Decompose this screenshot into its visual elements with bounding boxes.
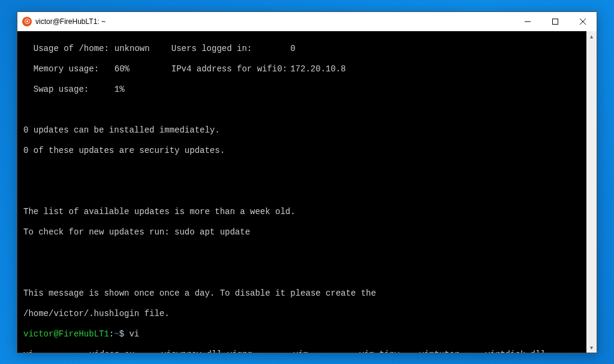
prompt-line: victor@FireHubLT1:~$ vi <box>23 329 583 339</box>
stat-label: Swap usage: <box>34 85 115 95</box>
window-controls <box>514 12 597 31</box>
ubuntu-icon <box>22 17 32 26</box>
prompt-user: victor@FireHubLT1 <box>23 329 109 339</box>
blank-line <box>23 105 583 115</box>
hush-line: This message is shown once once a day. T… <box>23 288 583 299</box>
close-icon <box>580 19 586 25</box>
completion-item: viewprov.dll <box>161 350 227 353</box>
stat-label: Usage of /home: <box>34 44 115 54</box>
minimize-icon <box>525 19 531 25</box>
stat-value: unknown <box>115 44 171 54</box>
stat-line: Memory usage:60%IPv4 address for wifi0: … <box>23 64 583 74</box>
stat-line: Swap usage:1% <box>23 85 583 95</box>
stat-value: 172.20.10.8 <box>290 64 345 74</box>
completion-row: vividcap.axviewprov.dllvigpgvimvim.tinyv… <box>23 350 583 353</box>
svg-rect-1 <box>553 19 558 24</box>
maximize-icon <box>552 19 558 25</box>
titlebar[interactable]: victor@FireHubLT1: ~ <box>17 12 597 31</box>
stat-line: Usage of /home:unknownUsers logged in: 0 <box>23 44 583 54</box>
maximize-button[interactable] <box>541 12 569 31</box>
close-button[interactable] <box>569 12 597 31</box>
minimize-button[interactable] <box>514 12 541 31</box>
completion-item: vimtutor <box>419 350 485 353</box>
stat-label: IPv4 address for wifi0: <box>171 64 285 74</box>
terminal-body-wrap: Usage of /home:unknownUsers logged in: 0… <box>17 31 597 353</box>
completion-item: virtdisk.dll <box>485 350 551 353</box>
stat-label: Users logged in: <box>171 44 285 54</box>
terminal-window: victor@FireHubLT1: ~ Usage of /home:unkn… <box>17 11 597 353</box>
hush-line: /home/victor/.hushlogin file. <box>23 309 583 319</box>
stale-line: The list of available updates is more th… <box>23 207 583 217</box>
completion-item: vim.tiny <box>359 350 419 353</box>
completion-item: vi <box>23 350 89 353</box>
prompt-sep: : <box>109 329 114 339</box>
stat-value: 1% <box>115 85 171 95</box>
completion-item: vigpg <box>227 350 293 353</box>
blank-line <box>23 166 583 176</box>
updates-line: 0 of these updates are security updates. <box>23 146 583 156</box>
completion-item: vim <box>293 350 359 353</box>
prompt-path: ~ <box>114 329 119 339</box>
terminal-body[interactable]: Usage of /home:unknownUsers logged in: 0… <box>17 31 586 353</box>
blank-line <box>23 268 583 278</box>
stat-value: 60% <box>115 64 171 74</box>
completion-item: vidcap.ax <box>89 350 161 353</box>
stale-line: To check for new updates run: sudo apt u… <box>23 227 583 237</box>
blank-line <box>23 186 583 197</box>
stat-value: 0 <box>290 44 295 53</box>
blank-line <box>23 248 583 258</box>
updates-line: 0 updates can be installed immediately. <box>23 125 583 136</box>
command-text: vi <box>124 329 139 339</box>
window-title: victor@FireHubLT1: ~ <box>35 17 106 26</box>
prompt-symbol: $ <box>119 329 124 339</box>
scrollbar[interactable]: ▴ ▾ <box>586 31 597 353</box>
scroll-down-icon[interactable]: ▾ <box>586 342 597 353</box>
scroll-up-icon[interactable]: ▴ <box>586 31 597 41</box>
stat-label: Memory usage: <box>34 64 115 74</box>
